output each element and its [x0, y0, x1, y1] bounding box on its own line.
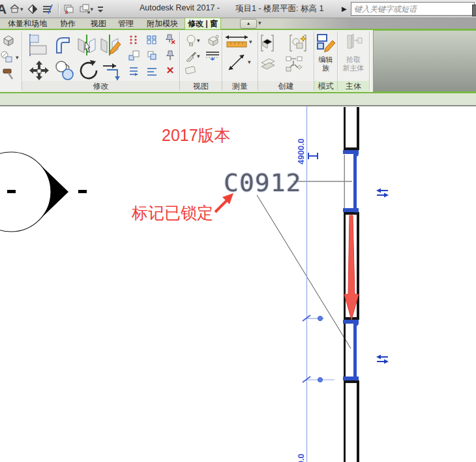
split-element-button[interactable] — [128, 35, 140, 45]
dimension-button[interactable]: ▾ — [226, 52, 251, 72]
search-run-icon[interactable]: ▶ — [342, 5, 347, 12]
copy-icon — [53, 59, 76, 82]
dimension-value-bottom[interactable]: 4900.0 — [296, 454, 306, 462]
cut-geometry-icon — [0, 50, 16, 65]
drawing-canvas[interactable]: 4900.0 4900.0 — [0, 106, 476, 462]
caret-down-icon: ▾ — [248, 59, 251, 65]
panel-label-modify[interactable]: 修改 — [22, 81, 179, 92]
split-with-gap-button[interactable] — [146, 35, 158, 45]
witness-drag-control[interactable] — [318, 316, 323, 321]
qat-customize-icon — [97, 6, 104, 12]
search-input[interactable] — [351, 2, 475, 16]
demolish-button[interactable] — [1, 67, 16, 81]
view-lightbulb-button[interactable]: ▾ — [185, 34, 200, 47]
split-with-gap-icon — [146, 35, 158, 45]
window-glass-line[interactable] — [353, 152, 357, 212]
wall-left-line[interactable] — [344, 215, 346, 317]
tab-manage[interactable]: 管理 — [115, 18, 136, 29]
edit-family-label-line2: 族 — [315, 64, 336, 72]
legend-component-button[interactable] — [260, 34, 275, 52]
reveal-hidden-button[interactable] — [185, 65, 198, 76]
panel-label-mode[interactable]: 模式 — [314, 81, 337, 92]
mirror-pick-axis-button[interactable] — [76, 33, 98, 57]
edit-family-button[interactable]: 编辑 族 — [315, 33, 336, 72]
flip-control-lower[interactable] — [376, 355, 389, 364]
dimension-text-handle[interactable] — [308, 153, 318, 159]
create-group-icon — [288, 34, 308, 52]
wall-left-line[interactable] — [344, 383, 346, 462]
tab-addins[interactable]: 附加模块 — [144, 18, 181, 29]
qat-customize-button[interactable] — [95, 2, 106, 16]
copy-button[interactable] — [53, 59, 76, 82]
trim-extend-single-icon — [146, 50, 158, 61]
panel-label-host[interactable]: 主体 — [338, 81, 369, 92]
tab-collaborate[interactable]: 协作 — [57, 18, 78, 29]
delete-button[interactable]: ✕ — [164, 65, 176, 76]
create-group-button[interactable] — [288, 34, 308, 52]
dimension-value[interactable]: 4900.0 — [296, 138, 306, 164]
underlay-icon — [205, 50, 220, 62]
wall-right-line[interactable] — [357, 107, 359, 147]
pick-new-host-button[interactable]: 拾取 新主体 — [339, 33, 368, 72]
rotate-button[interactable] — [77, 59, 100, 82]
unpin-icon — [164, 34, 176, 45]
panel-label-view[interactable]: 视图 — [180, 81, 222, 92]
trim-extend-single-button[interactable] — [146, 50, 158, 61]
search-browse-button[interactable] — [472, 5, 476, 16]
trim-extend-corner-button[interactable] — [100, 59, 123, 83]
app-button[interactable]: A — [0, 1, 7, 17]
panel-label-measure[interactable]: 测量 — [222, 81, 258, 92]
elevation-marker[interactable] — [0, 152, 87, 232]
move-button[interactable] — [27, 59, 51, 83]
switch-windows-button[interactable]: ▾ — [77, 2, 96, 16]
wall-right-line[interactable] — [357, 383, 359, 462]
array-icon — [128, 66, 140, 76]
wall-left-line[interactable] — [344, 107, 346, 147]
tab-view[interactable]: 视图 — [88, 18, 109, 29]
dimension-icon — [226, 52, 248, 72]
rotate-icon — [77, 59, 100, 82]
flip-control-upper[interactable] — [376, 189, 389, 198]
temporary-dimension[interactable]: 4900.0 4900.0 — [296, 106, 335, 462]
window-tag[interactable]: C0912 — [224, 168, 301, 197]
home-button[interactable]: ▾ — [7, 2, 25, 16]
panel-divider — [369, 31, 370, 91]
array-button[interactable] — [128, 66, 140, 76]
compass-button[interactable] — [25, 2, 40, 16]
window-glass-line[interactable] — [353, 322, 357, 380]
measure-button[interactable]: ▾ — [224, 34, 252, 50]
cut-geometry-button[interactable]: ▾ — [0, 50, 19, 65]
quick-access-toolbar: A ▾ — [0, 1, 106, 17]
create-assembly-button[interactable] — [284, 55, 304, 73]
window-control-dot[interactable] — [354, 322, 358, 326]
paste-button[interactable] — [1, 33, 16, 48]
caret-down-icon: ▾ — [91, 6, 94, 12]
panel-label-create[interactable]: 创建 — [258, 81, 314, 92]
window-control-dot[interactable] — [354, 377, 358, 380]
create-similar-button[interactable] — [260, 56, 276, 73]
visual-style-button[interactable] — [40, 2, 55, 16]
linework-brush-button[interactable]: ▾ — [185, 50, 200, 62]
tab-modify-window-contextual[interactable]: 修改 | 窗 — [185, 18, 221, 29]
pin-button[interactable] — [164, 50, 176, 61]
align-button[interactable] — [27, 33, 48, 57]
visual-style-icon — [42, 4, 53, 14]
offset-button[interactable] — [52, 33, 73, 57]
underlay-button[interactable] — [205, 50, 220, 62]
ribbon-collapse-caret-icon[interactable]: ▾ — [258, 20, 261, 26]
window-control-dot[interactable] — [354, 152, 358, 156]
tab-massing-site[interactable]: 体量和场地 — [5, 18, 50, 29]
mirror-draw-axis-button[interactable] — [99, 33, 121, 57]
witness-drag-control[interactable] — [318, 378, 323, 382]
render-box-button[interactable] — [206, 34, 220, 47]
ribbon-collapse-button[interactable]: ▴ — [240, 19, 257, 29]
wall-left-line[interactable] — [344, 324, 346, 377]
wall-right-line[interactable] — [357, 215, 359, 317]
document-title: 项目1 - 楼层平面: 标高 1 — [235, 3, 323, 14]
close-hidden-windows-button[interactable] — [61, 2, 77, 16]
trim-extend-multi-button[interactable] — [146, 66, 158, 76]
window-control-dot[interactable] — [354, 208, 358, 212]
edit-family-icon — [316, 33, 336, 54]
scale-button[interactable] — [128, 50, 140, 61]
unpin-button[interactable] — [164, 34, 176, 45]
